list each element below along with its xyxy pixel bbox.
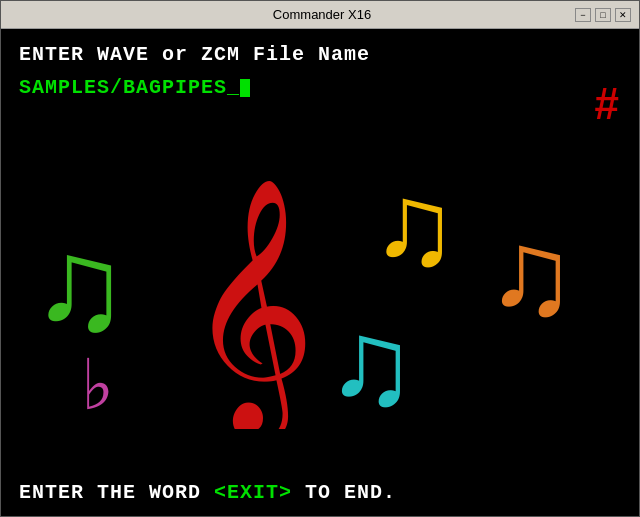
input-display: SAMPLES/BAGPIPES_ [19, 76, 621, 99]
bottom-text-after: TO END. [292, 481, 396, 504]
bottom-text-before: ENTER THE WORD [19, 481, 214, 504]
window-controls: − □ ✕ [575, 8, 631, 22]
minimize-button[interactable]: − [575, 8, 591, 22]
bottom-instruction: ENTER THE WORD <EXIT> TO END. [19, 481, 621, 504]
cursor [240, 79, 250, 97]
maximize-button[interactable]: □ [595, 8, 611, 22]
yellow-note: ♫ [371, 162, 457, 289]
terminal-content: ENTER WAVE or ZCM File Name SAMPLES/BAGP… [1, 29, 639, 516]
cyan-note: ♫ [326, 297, 416, 429]
hash-icon: # [595, 79, 619, 129]
music-decoration: ♫ 𝄞 ♫ ♫ ♫ [1, 159, 639, 466]
svg-text:♭: ♭ [81, 347, 114, 424]
red-treble-clef: 𝄞 [186, 181, 316, 429]
svg-text:♫: ♫ [371, 162, 457, 289]
svg-text:𝄞: 𝄞 [186, 181, 316, 429]
svg-text:♫: ♫ [326, 297, 416, 429]
titlebar: Commander X16 − □ ✕ [1, 1, 639, 29]
close-button[interactable]: ✕ [615, 8, 631, 22]
main-window: Commander X16 − □ ✕ ENTER WAVE or ZCM Fi… [0, 0, 640, 517]
window-title: Commander X16 [69, 7, 575, 22]
exit-word: <EXIT> [214, 481, 292, 504]
orange-note: ♫ [486, 207, 576, 340]
svg-text:♫: ♫ [31, 213, 129, 357]
svg-text:♫: ♫ [486, 207, 576, 340]
purple-flat: ♭ [81, 347, 114, 424]
green-note: ♫ [31, 213, 129, 357]
prompt-text: ENTER WAVE or ZCM File Name [19, 43, 621, 66]
music-notes-svg: ♫ 𝄞 ♫ ♫ ♫ [1, 159, 605, 429]
input-value: SAMPLES/BAGPIPES_ [19, 76, 240, 99]
